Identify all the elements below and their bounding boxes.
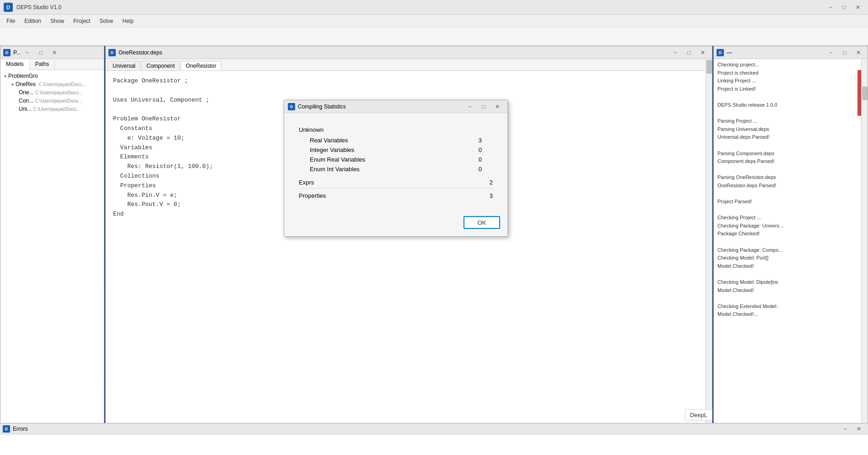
left-panel-minimize[interactable]: − [21,48,33,57]
dialog-title: Compiling Statistics [298,103,346,110]
tree-node-uni[interactable]: Uni... C:\Users\payas\Docu... [17,105,102,113]
tree-level1: ▾ OneRes C:\Users\payas\Docu... One... C… [2,80,102,113]
log-line-22 [717,238,857,246]
log-line-27: Checking Model: Dipole[inc [717,278,857,287]
app-title: DEPS Studio V1.0 [16,4,824,11]
left-panel-close[interactable]: ✕ [48,48,61,57]
log-line-19: Checking Project ... [717,214,857,222]
left-panel: D P... − □ ✕ Models Paths ▾ ProblemGro ▾… [0,46,104,441]
tree-level2: One... C:\Users\payas\Docu... Con... C:\… [10,88,102,113]
log-line-31: Model Checked!... [717,310,857,319]
tab-component[interactable]: Component [141,61,180,70]
left-panel-maximize[interactable]: □ [34,48,47,57]
left-panel-controls: − □ ✕ [21,48,61,57]
tree-root[interactable]: ▾ ProblemGro [2,72,102,80]
right-panel-minimize[interactable]: − [825,48,837,57]
log-line-14: Parsing OneResistor.deps [717,173,857,182]
dialog-logo: D [288,103,295,110]
dialog-maximize[interactable]: □ [477,102,490,111]
log-line-2: Linking Project ... [717,77,857,85]
right-panel-controls: − □ ✕ [825,48,865,57]
log-content: Checking project... Project is checked L… [714,59,868,441]
properties-label: Properties [299,192,326,199]
maximize-button[interactable]: □ [838,3,851,12]
tab-paths[interactable]: Paths [30,59,55,70]
log-line-23: Checking Package: Compo... [717,246,857,255]
log-line-20: Checking Package: Univers... [717,222,857,230]
tree-node-one-path: C:\Users\payas\Docu... [35,90,82,95]
dialog-title-bar: D Compiling Statistics − □ ✕ [284,100,507,113]
log-line-9: Universal.deps Parsed! [717,133,857,141]
log-line-13 [717,166,857,174]
unknown-label: Unknown [299,126,323,133]
deepl-badge: DeepL [685,409,712,421]
dialog-minimize[interactable]: − [464,102,476,111]
editor-title-bar: D OneResistor.deps − □ ✕ [106,46,712,59]
deepl-label: DeepL [690,412,707,418]
integer-variables-label: Integer Variables [310,146,354,153]
tree-root-label: ProblemGro [8,73,38,79]
editor-title: OneResistor.deps [119,49,162,56]
stats-properties: Properties 3 [299,188,493,201]
log-line-0: Checking project... [717,61,857,69]
bottom-panel: D Errors − ✕ [0,423,868,455]
stats-real-variables: Real Variables 3 [299,135,493,145]
log-line-6 [717,109,857,118]
right-panel-maximize[interactable]: □ [838,48,851,57]
dialog-close[interactable]: ✕ [491,102,504,111]
log-line-17: Project Parsed! [717,198,857,206]
editor-logo: D [108,49,116,56]
bottom-panel-close[interactable]: ✕ [852,424,865,433]
menu-solve[interactable]: Solve [95,16,118,26]
menu-help[interactable]: Help [118,16,138,26]
menu-bar: File Edition Show Project Solve Help [0,15,868,27]
tree-node-oneres-label: OneRes [16,81,36,87]
stats-integer-variables: Integer Variables 0 [299,145,493,155]
menu-file[interactable]: File [2,16,20,26]
editor-controls: − □ ✕ [669,48,709,57]
close-button[interactable]: ✕ [852,3,864,12]
enum-int-label: Enum Int Variables [310,166,360,173]
right-panel-scrollbar[interactable] [861,59,868,441]
dialog-content: Unknown Real Variables 3 Integer Variabl… [284,113,507,212]
bottom-panel-title: Errors [13,426,28,432]
menu-project[interactable]: Project [69,16,95,26]
code-line-2 [113,86,705,96]
editor-minimize[interactable]: − [669,48,682,57]
tab-models[interactable]: Models [0,59,30,70]
integer-variables-value: 0 [479,146,482,153]
tab-universal[interactable]: Universal [108,61,140,70]
tab-oneresistor[interactable]: OneResistor [181,61,221,70]
log-line-8: Parsing Universal.deps [717,125,857,134]
menu-edition[interactable]: Edition [20,16,46,26]
enum-real-value: 0 [479,156,482,163]
editor-maximize[interactable]: □ [683,48,695,57]
expand-arrow-oneres: ▾ [11,82,14,87]
minimize-button[interactable]: − [824,3,837,12]
menu-show[interactable]: Show [46,16,69,26]
tree-node-one[interactable]: One... C:\Users\payas\Docu... [17,88,102,97]
bottom-panel-controls: − ✕ [839,424,865,433]
app-logo: D [4,3,13,12]
dialog-controls: − □ ✕ [464,102,504,111]
bottom-panel-minimize[interactable]: − [839,424,852,433]
log-line-21: Package Checked! [717,230,857,238]
tree-node-oneres-path: C:\Users\payas\Docu... [38,82,86,87]
log-line-7: Parsing Project ... [717,117,857,125]
log-line-30: Checking Extended Model: [717,303,857,311]
log-line-5: DEPS Studio release 1.0.0 [717,101,857,109]
tree-node-oneres[interactable]: ▾ OneRes C:\Users\payas\Docu... [10,80,102,88]
main-window-controls: − □ ✕ [824,3,864,12]
log-line-1: Project is checked [717,69,857,77]
ok-button[interactable]: OK [464,216,500,229]
enum-real-label: Enum Real Variables [310,156,365,163]
editor-scrollbar-v[interactable] [706,59,712,430]
stats-exprs: Exprs 2 [299,177,493,188]
editor-close[interactable]: ✕ [696,48,709,57]
bottom-panel-logo: D [3,425,10,433]
right-panel-title-bar: D — − □ ✕ [714,46,868,59]
exprs-value: 2 [490,179,493,186]
right-panel-title: — [727,49,732,56]
right-panel-close[interactable]: ✕ [852,48,865,57]
tree-node-con[interactable]: Con... C:\Users\payas\Docu... [17,97,102,105]
